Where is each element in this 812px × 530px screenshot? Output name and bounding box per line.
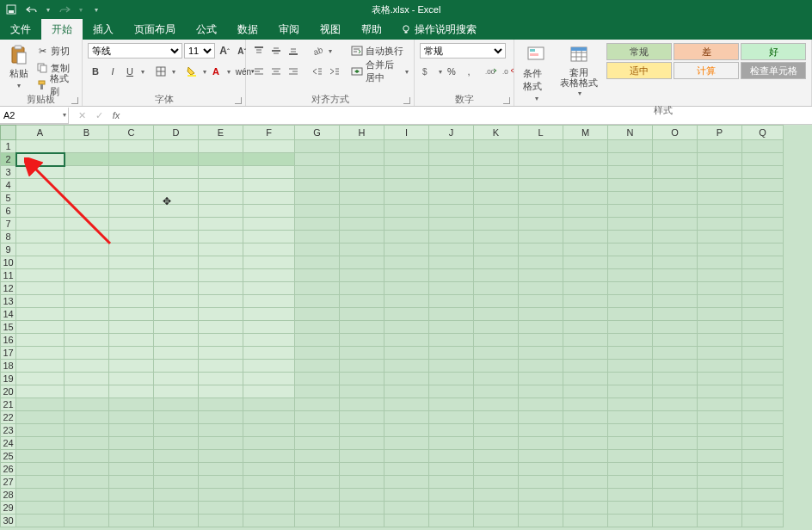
cell-C18[interactable] [109,360,154,373]
cell-G4[interactable] [295,179,340,192]
cell-O4[interactable] [653,179,698,192]
row-header-1[interactable]: 1 [1,140,16,153]
cell-M25[interactable] [563,450,608,463]
cell-A8[interactable] [16,231,65,243]
cell-C20[interactable] [109,385,154,398]
cell-I9[interactable] [384,243,429,256]
cell-C25[interactable] [109,450,154,463]
cell-I1[interactable] [384,140,429,153]
row-header-8[interactable]: 8 [1,231,16,243]
cell-E30[interactable] [199,515,243,527]
cell-L15[interactable] [519,321,563,334]
cell-O15[interactable] [653,321,698,334]
cell-N1[interactable] [608,140,653,153]
paste-button[interactable]: 粘贴 ▾ [5,43,33,91]
cell-B6[interactable] [65,205,109,218]
cell-N17[interactable] [608,347,653,360]
cell-I13[interactable] [384,295,429,308]
fill-color-button[interactable] [184,64,200,79]
cell-P2[interactable] [698,153,742,166]
cell-B27[interactable] [65,476,109,489]
cell-O23[interactable] [653,424,698,437]
cell-A23[interactable] [16,424,65,437]
cell-L21[interactable] [519,398,563,411]
cell-D27[interactable] [154,476,199,489]
cell-F18[interactable] [243,360,295,373]
cell-M7[interactable] [563,218,608,231]
cell-K21[interactable] [474,398,519,411]
cell-C5[interactable] [109,192,154,205]
cell-O16[interactable] [653,334,698,347]
cell-B10[interactable] [65,256,109,269]
cell-O24[interactable] [653,437,698,450]
cell-G29[interactable] [295,502,340,515]
cell-B23[interactable] [65,424,109,437]
cell-C2[interactable] [109,153,154,166]
cell-L29[interactable] [519,502,563,515]
cell-J24[interactable] [429,437,474,450]
cell-G23[interactable] [295,424,340,437]
cell-B29[interactable] [65,502,109,515]
cell-D19[interactable] [154,373,199,385]
row-header-5[interactable]: 5 [1,192,16,205]
cell-C28[interactable] [109,489,154,502]
cell-L28[interactable] [519,489,563,502]
cell-N8[interactable] [608,231,653,243]
cell-D28[interactable] [154,489,199,502]
cell-F20[interactable] [243,385,295,398]
cell-P20[interactable] [698,385,742,398]
cell-E17[interactable] [199,347,243,360]
chevron-down-icon[interactable]: ▾ [141,68,145,76]
cell-E26[interactable] [199,463,243,476]
cell-M19[interactable] [563,373,608,385]
cell-G27[interactable] [295,476,340,489]
cell-G5[interactable] [295,192,340,205]
cell-F28[interactable] [243,489,295,502]
cell-D23[interactable] [154,424,199,437]
bold-button[interactable]: B [88,64,103,79]
align-top-button[interactable] [251,43,267,59]
cell-O8[interactable] [653,231,698,243]
increase-indent-button[interactable] [327,64,342,79]
cell-G12[interactable] [295,282,340,295]
cell-E21[interactable] [199,398,243,411]
cell-B28[interactable] [65,489,109,502]
cell-J1[interactable] [429,140,474,153]
cell-K1[interactable] [474,140,519,153]
cell-O5[interactable] [653,192,698,205]
cell-P3[interactable] [698,166,742,179]
chevron-down-icon[interactable]: ▾ [203,68,206,76]
cell-K25[interactable] [474,450,519,463]
cell-Q26[interactable] [742,463,784,476]
cell-B30[interactable] [65,515,109,527]
cell-A5[interactable] [16,192,65,205]
cell-Q20[interactable] [742,385,784,398]
cell-P15[interactable] [698,321,742,334]
cell-P13[interactable] [698,295,742,308]
cell-F7[interactable] [243,218,295,231]
row-header-19[interactable]: 19 [1,373,16,385]
cell-H29[interactable] [340,502,384,515]
cell-A1[interactable] [16,140,65,153]
cell-P1[interactable] [698,140,742,153]
cell-P10[interactable] [698,256,742,269]
tab-help[interactable]: 帮助 [351,19,392,40]
cell-K9[interactable] [474,243,519,256]
cell-P24[interactable] [698,437,742,450]
col-header-C[interactable]: C [109,126,154,140]
format-as-table-button[interactable]: 套用 表格格式▾ [557,43,601,99]
cell-L27[interactable] [519,476,563,489]
cell-H25[interactable] [340,450,384,463]
cell-I3[interactable] [384,166,429,179]
cell-M18[interactable] [563,360,608,373]
cell-G20[interactable] [295,385,340,398]
cell-H8[interactable] [340,231,384,243]
row-header-20[interactable]: 20 [1,385,16,398]
cell-B18[interactable] [65,360,109,373]
fx-icon[interactable]: fx [110,110,122,120]
cell-G13[interactable] [295,295,340,308]
cell-C24[interactable] [109,437,154,450]
col-header-L[interactable]: L [519,126,563,140]
cell-N19[interactable] [608,373,653,385]
cell-C27[interactable] [109,476,154,489]
